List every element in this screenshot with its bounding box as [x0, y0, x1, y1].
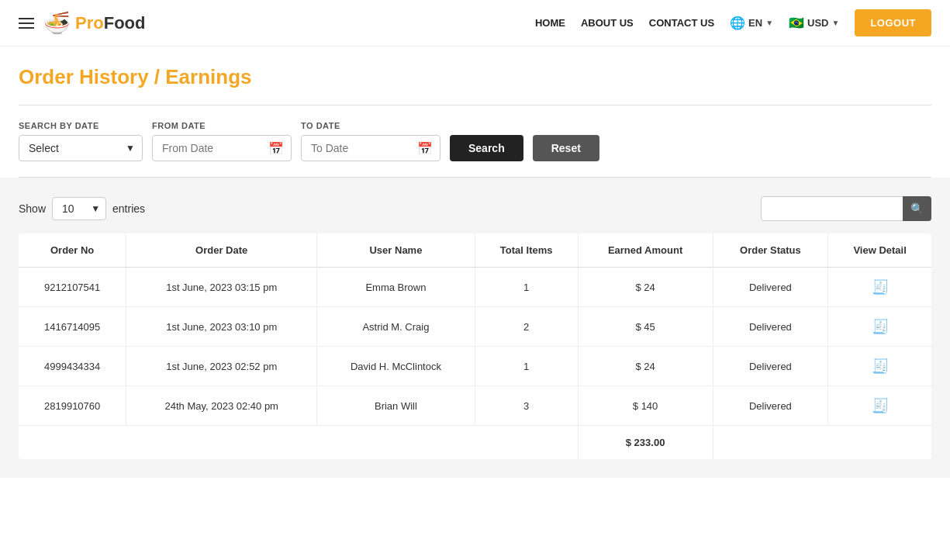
cell-earned-amount: $ 45 — [578, 307, 713, 347]
search-by-date-select-wrapper: Select Today This Week This Month ▼ — [19, 135, 143, 161]
cell-user-name: Brian Will — [317, 386, 475, 426]
to-date-input[interactable] — [301, 135, 440, 161]
from-date-group: FROM DATE 📅 — [152, 121, 292, 161]
cell-order-status: Delivered — [713, 347, 828, 386]
table-row: 9212107541 1st June, 2023 03:15 pm Emma … — [19, 268, 931, 307]
orders-table: Order No Order Date User Name Total Item… — [19, 233, 931, 459]
cell-earned-amount: $ 24 — [578, 347, 713, 386]
cell-user-name: David H. McClintock — [317, 347, 475, 386]
table-row: 2819910760 24th May, 2023 02:40 pm Brian… — [19, 386, 931, 426]
cell-view-detail[interactable]: 🧾 — [828, 386, 931, 426]
navbar: 🍜 ProFood HOME ABOUT US CONTACT US 🌐 EN … — [0, 0, 950, 47]
col-user-name: User Name — [317, 233, 475, 268]
cell-order-date: 1st June, 2023 03:10 pm — [126, 307, 317, 347]
currency-selector[interactable]: 🇧🇷 USD ▼ — [789, 16, 839, 30]
nav-home[interactable]: HOME — [535, 17, 565, 29]
lang-flag: 🌐 — [730, 16, 745, 30]
cell-total-items: 3 — [475, 386, 578, 426]
logout-button[interactable]: LOGOUT — [855, 9, 931, 36]
cell-user-name: Emma Brown — [317, 268, 475, 307]
to-date-label: TO DATE — [301, 121, 440, 130]
cell-order-status: Delivered — [713, 386, 828, 426]
view-detail-icon[interactable]: 🧾 — [872, 279, 889, 295]
col-view-detail: View Detail — [828, 233, 931, 268]
currency-label: USD — [807, 17, 828, 29]
show-entries: Show 10 25 50 100 ▼ entries — [19, 197, 145, 220]
cell-earned-amount: $ 140 — [578, 386, 713, 426]
nav-contact[interactable]: CONTACT US — [649, 17, 714, 29]
entries-label: entries — [112, 202, 145, 215]
cell-order-no: 2819910760 — [19, 386, 126, 426]
logo: 🍜 ProFood — [43, 12, 145, 34]
currency-flag: 🇧🇷 — [789, 16, 804, 30]
cell-order-status: Delivered — [713, 268, 828, 307]
cell-total-items: 1 — [475, 347, 578, 386]
view-detail-icon[interactable]: 🧾 — [872, 319, 889, 334]
show-label: Show — [19, 202, 46, 215]
entries-select[interactable]: 10 25 50 100 — [52, 197, 106, 220]
logo-icon: 🍜 — [43, 12, 71, 34]
lang-chevron-icon: ▼ — [765, 19, 773, 27]
lang-label: EN — [748, 17, 762, 29]
currency-chevron-icon: ▼ — [831, 19, 839, 27]
col-order-status: Order Status — [713, 233, 828, 268]
logo-text: ProFood — [75, 13, 145, 33]
table-row: 1416714095 1st June, 2023 03:10 pm Astri… — [19, 307, 931, 347]
cell-total-items: 2 — [475, 307, 578, 347]
from-date-input-wrapper: 📅 — [152, 135, 292, 161]
col-earned-amount: Earned Amount — [578, 233, 713, 268]
header-row: Order No Order Date User Name Total Item… — [19, 233, 931, 268]
cell-view-detail[interactable]: 🧾 — [828, 307, 931, 347]
search-by-date-select[interactable]: Select Today This Week This Month — [19, 135, 143, 161]
cell-view-detail[interactable]: 🧾 — [828, 347, 931, 386]
table-row: 4999434334 1st June, 2023 02:52 pm David… — [19, 347, 931, 386]
hamburger-menu[interactable] — [19, 18, 34, 29]
total-spacer — [19, 426, 578, 460]
nav-left: 🍜 ProFood — [19, 12, 145, 34]
cell-total-items: 1 — [475, 268, 578, 307]
page-title: Order History / Earnings — [19, 65, 931, 89]
total-spacer-2 — [713, 426, 931, 460]
total-amount: $ 233.00 — [578, 426, 713, 460]
cell-view-detail[interactable]: 🧾 — [828, 268, 931, 307]
cell-earned-amount: $ 24 — [578, 268, 713, 307]
logo-pro: Pro — [75, 13, 104, 33]
table-header: Order No Order Date User Name Total Item… — [19, 233, 931, 268]
table-controls: Show 10 25 50 100 ▼ entries 🔍 — [19, 196, 931, 221]
cell-order-no: 9212107541 — [19, 268, 126, 307]
cell-order-status: Delivered — [713, 307, 828, 347]
language-selector[interactable]: 🌐 EN ▼ — [730, 16, 773, 30]
col-order-date: Order Date — [126, 233, 317, 268]
cell-order-date: 1st June, 2023 02:52 pm — [126, 347, 317, 386]
nav-about[interactable]: ABOUT US — [581, 17, 634, 29]
cell-order-no: 4999434334 — [19, 347, 126, 386]
search-by-date-group: SEARCH BY DATE Select Today This Week Th… — [19, 121, 143, 161]
table-body: 9212107541 1st June, 2023 03:15 pm Emma … — [19, 268, 931, 460]
col-total-items: Total Items — [475, 233, 578, 268]
table-section: Show 10 25 50 100 ▼ entries 🔍 Order No O… — [0, 178, 950, 478]
cell-order-no: 1416714095 — [19, 307, 126, 347]
cell-order-date: 24th May, 2023 02:40 pm — [126, 386, 317, 426]
from-date-input[interactable] — [152, 135, 292, 161]
entries-select-wrapper: 10 25 50 100 ▼ — [52, 197, 106, 220]
cell-order-date: 1st June, 2023 03:15 pm — [126, 268, 317, 307]
view-detail-icon[interactable]: 🧾 — [872, 358, 889, 374]
to-date-group: TO DATE 📅 — [301, 121, 440, 161]
logo-food: Food — [104, 13, 146, 33]
search-by-date-label: SEARCH BY DATE — [19, 121, 143, 130]
to-date-input-wrapper: 📅 — [301, 135, 440, 161]
from-date-label: FROM DATE — [152, 121, 292, 130]
table-search-wrapper: 🔍 — [761, 196, 931, 221]
search-button[interactable]: Search — [450, 135, 523, 161]
col-order-no: Order No — [19, 233, 126, 268]
filter-bar: SEARCH BY DATE Select Today This Week Th… — [19, 105, 931, 178]
view-detail-icon[interactable]: 🧾 — [872, 398, 889, 413]
table-search-button[interactable]: 🔍 — [903, 196, 931, 221]
cell-user-name: Astrid M. Craig — [317, 307, 475, 347]
page-content: Order History / Earnings SEARCH BY DATE … — [0, 47, 950, 178]
reset-button[interactable]: Reset — [533, 135, 599, 161]
total-row: $ 233.00 — [19, 426, 931, 460]
nav-right: HOME ABOUT US CONTACT US 🌐 EN ▼ 🇧🇷 USD ▼… — [535, 9, 931, 36]
